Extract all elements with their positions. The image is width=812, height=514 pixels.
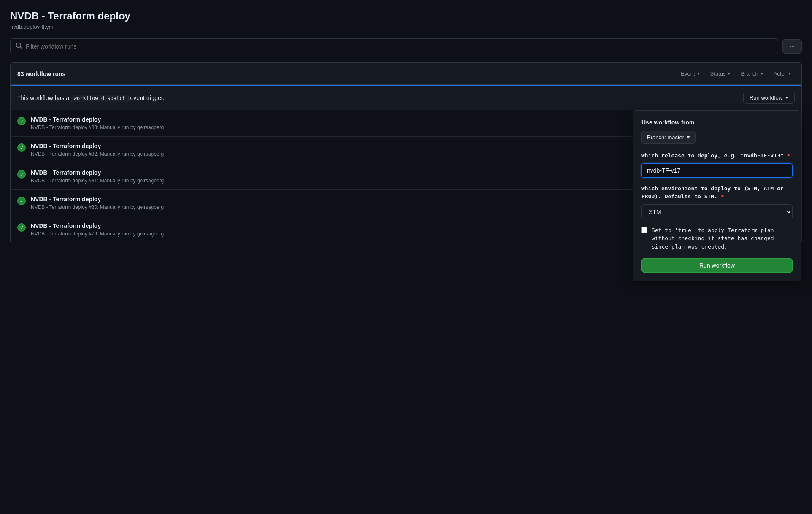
filter-status-button[interactable]: Status [707,69,734,78]
filter-branch-button[interactable]: Branch [737,69,766,78]
dispatch-text-after: event trigger. [130,95,165,101]
run-workflow-button-label: Run workflow [750,95,782,101]
workflow-dropdown-panel: Use workflow from Branch: master Which r… [633,110,801,281]
run-workflow-submit-label: Run workflow [699,262,735,269]
release-field-label: Which release to deploy, e.g. "nvdb-TF-v… [641,151,793,160]
check-circle: ✓ [17,117,26,125]
search-icon [16,42,22,50]
branch-select-button[interactable]: Branch: master [641,131,696,144]
success-status-icon: ✓ [17,223,26,232]
chevron-down-icon [788,73,791,75]
page-header: NVDB - Terraform deploy nvdb.deploy-tf.y… [10,10,802,30]
runs-header: 83 workflow runs Event Status Branch Act… [11,63,801,85]
filter-actor-label: Actor [774,70,786,77]
required-star: * [787,152,790,159]
environment-field-label: Which environment to deploy to (STM, ATM… [641,184,793,201]
dropdown-title: Use workflow from [641,119,793,126]
dispatch-code: workflow_dispatch [71,95,129,102]
chevron-down-icon [760,73,763,75]
ellipsis-icon: ··· [790,43,795,50]
filter-buttons: Event Status Branch Actor [677,69,795,78]
chevron-down-icon [785,97,788,99]
search-input[interactable] [26,43,773,50]
filter-branch-label: Branch [741,70,758,77]
checkbox-label: Set to 'true' to apply Terraform plan wi… [652,226,793,251]
environment-select[interactable]: STM ATM PROD [641,204,793,219]
apply-checkbox[interactable] [641,227,647,233]
filter-event-button[interactable]: Event [677,69,703,78]
success-status-icon: ✓ [17,197,26,205]
filter-event-label: Event [681,70,695,77]
page-subtitle: nvdb.deploy-tf.yml [10,24,802,30]
filter-actor-button[interactable]: Actor [770,69,795,78]
run-workflow-submit-button[interactable]: Run workflow [641,258,793,273]
workflow-runs-container: 83 workflow runs Event Status Branch Act… [10,62,802,243]
check-circle: ✓ [17,197,26,205]
dispatch-text-before: This workflow has a [17,95,69,101]
checkbox-row: Set to 'true' to apply Terraform plan wi… [641,226,793,251]
check-circle: ✓ [17,143,26,152]
runs-count: 83 workflow runs [17,70,65,77]
chevron-down-icon [687,136,690,138]
check-circle: ✓ [17,170,26,179]
more-options-button[interactable]: ··· [782,39,802,54]
chevron-down-icon [697,73,700,75]
run-workflow-button[interactable]: Run workflow [743,92,795,104]
success-status-icon: ✓ [17,170,26,179]
filter-status-label: Status [710,70,726,77]
required-star: * [721,193,724,200]
check-circle: ✓ [17,223,26,232]
search-row: ··· [10,38,802,54]
page-title: NVDB - Terraform deploy [10,10,802,22]
branch-select-label: Branch: master [647,134,684,141]
success-status-icon: ✓ [17,143,26,152]
success-status-icon: ✓ [17,117,26,125]
search-box [10,38,778,54]
dispatch-banner: This workflow has a workflow_dispatch ev… [11,85,801,110]
release-text-input[interactable] [641,163,793,178]
dispatch-text: This workflow has a workflow_dispatch ev… [17,95,164,101]
chevron-down-icon [727,73,731,75]
